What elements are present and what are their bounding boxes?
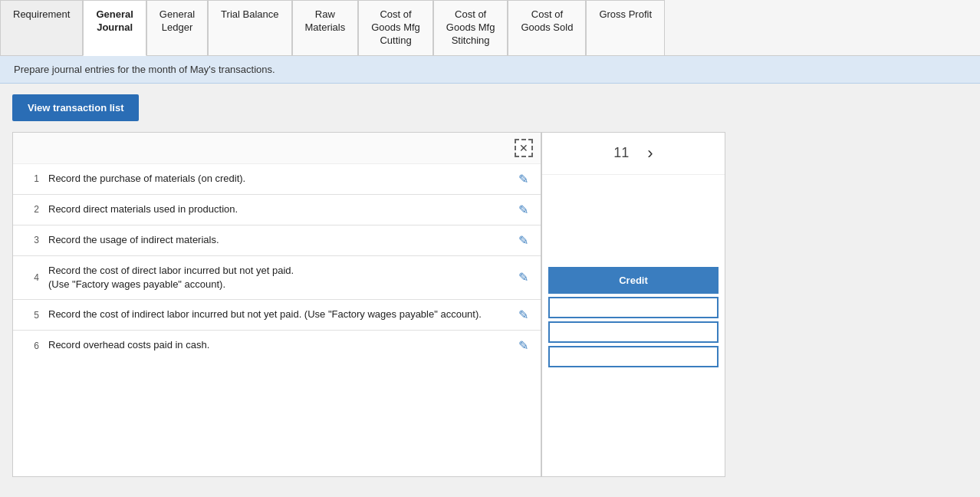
entry-row: 5Record the cost of indirect labor incur… <box>13 300 541 331</box>
tab-general-ledger[interactable]: General Ledger <box>146 0 208 55</box>
page-number: 11 <box>613 145 629 161</box>
entry-text: Record direct materials used in producti… <box>48 202 509 216</box>
edit-icon[interactable]: ✎ <box>518 270 528 285</box>
entry-number: 5 <box>25 310 39 321</box>
journal-list-panel: ✕ 1Record the purchase of materials (on … <box>12 132 541 477</box>
tab-cost-goods-sold[interactable]: Cost of Goods Sold <box>508 0 586 55</box>
detail-panel: 11 › Credit <box>541 132 725 477</box>
edit-icon[interactable]: ✎ <box>518 308 528 322</box>
view-transaction-button[interactable]: View transaction list <box>12 94 139 121</box>
credit-input-1[interactable] <box>548 297 719 318</box>
tab-requirement[interactable]: Requirement <box>0 0 83 55</box>
info-text: Prepare journal entries for the month of… <box>14 64 275 75</box>
entry-row: 3Record the usage of indirect materials.… <box>13 225 541 256</box>
panel-top-bar: ✕ <box>13 133 541 164</box>
entry-list: 1Record the purchase of materials (on cr… <box>13 164 541 360</box>
entry-row: 2Record direct materials used in product… <box>13 195 541 225</box>
entry-number: 2 <box>25 204 39 215</box>
detail-nav: 11 › <box>542 133 725 175</box>
entry-text: Record overhead costs paid in cash. <box>48 338 509 352</box>
entry-text: Record the cost of direct labor incurred… <box>48 264 509 291</box>
edit-icon[interactable]: ✎ <box>518 338 528 353</box>
entry-row: 6Record overhead costs paid in cash.✎ <box>13 331 541 360</box>
credit-header: Credit <box>548 267 719 294</box>
entry-number: 3 <box>25 235 39 245</box>
entry-text: Record the cost of indirect labor incurr… <box>48 308 509 321</box>
credit-input-2[interactable] <box>548 321 719 343</box>
entry-number: 6 <box>25 341 39 351</box>
tab-cost-mfg-cutting[interactable]: Cost of Goods Mfg Cutting <box>358 0 433 55</box>
next-arrow[interactable]: › <box>647 143 653 163</box>
entry-row: 4Record the cost of direct labor incurre… <box>13 256 541 300</box>
tab-trial-balance[interactable]: Trial Balance <box>208 0 291 55</box>
tab-raw-materials[interactable]: Raw Materials <box>292 0 359 55</box>
edit-icon[interactable]: ✎ <box>518 172 528 186</box>
tabs-bar: RequirementGeneral JournalGeneral Ledger… <box>0 0 980 56</box>
info-bar: Prepare journal entries for the month of… <box>0 56 980 84</box>
main-content: ✕ 1Record the purchase of materials (on … <box>0 132 980 477</box>
detail-inputs <box>542 294 725 374</box>
entry-number: 1 <box>25 173 39 184</box>
edit-icon[interactable]: ✎ <box>518 202 528 217</box>
tab-gross-profit[interactable]: Gross Profit <box>586 0 665 55</box>
entry-text: Record the usage of indirect materials. <box>48 233 509 247</box>
entry-text: Record the purchase of materials (on cre… <box>48 172 509 186</box>
close-icon: ✕ <box>519 142 528 154</box>
entry-row: 1Record the purchase of materials (on cr… <box>13 164 541 195</box>
close-button[interactable]: ✕ <box>515 139 533 157</box>
edit-icon[interactable]: ✎ <box>518 233 528 248</box>
tab-general-journal[interactable]: General Journal <box>83 0 146 56</box>
entry-number: 4 <box>25 272 39 283</box>
tab-cost-mfg-stitching[interactable]: Cost of Goods Mfg Stitching <box>433 0 508 55</box>
credit-input-3[interactable] <box>548 346 719 367</box>
